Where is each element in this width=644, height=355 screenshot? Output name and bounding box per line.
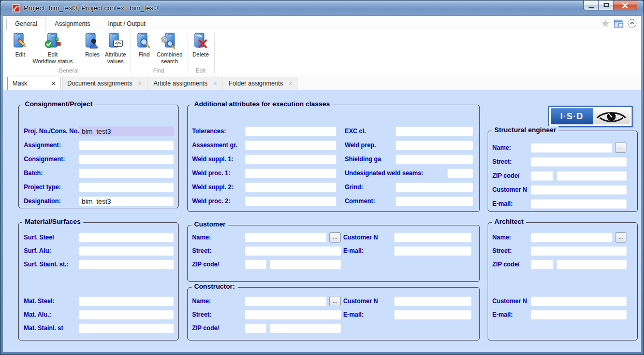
- combined-search-button[interactable]: Combined search: [155, 32, 184, 66]
- mat-alu-input[interactable]: [79, 310, 174, 320]
- structural-city-input[interactable]: [557, 171, 627, 181]
- proj-no-input[interactable]: [79, 126, 174, 136]
- weld-proc-2-input[interactable]: [245, 196, 336, 206]
- consignment-input[interactable]: [79, 154, 174, 164]
- constructor-city-input[interactable]: [270, 323, 341, 333]
- maximize-button[interactable]: [599, 1, 613, 10]
- attribute-values-button[interactable]: </> Attribute values: [103, 32, 127, 66]
- row-structural-zip: ZIP code/: [492, 171, 633, 181]
- comment-input[interactable]: [396, 196, 473, 206]
- constructor-name-browse-button[interactable]: ...: [329, 296, 341, 306]
- row-surf-steel: Surf. Steel: [24, 232, 173, 243]
- row-weld-proc-1: Weld proc. 1:: [192, 168, 341, 178]
- weld-suppl-2-label: Weld suppl. 2:: [192, 183, 245, 191]
- customer-city-input[interactable]: [270, 260, 341, 269]
- edit-button[interactable]: Edit: [9, 32, 31, 59]
- structural-name-browse-button[interactable]: ...: [615, 143, 626, 153]
- structural-email-input[interactable]: [531, 199, 627, 209]
- collapse-ribbon-icon[interactable]: [627, 19, 637, 28]
- customer-name-browse-button[interactable]: ...: [329, 232, 341, 243]
- surf-alu-input[interactable]: [79, 246, 174, 256]
- roles-button[interactable]: Roles: [81, 32, 103, 59]
- delete-button[interactable]: Delete: [190, 32, 212, 59]
- architect-zip-input[interactable]: [531, 260, 553, 269]
- designation-input[interactable]: [79, 196, 174, 206]
- find-button[interactable]: Find: [133, 32, 155, 59]
- architect-city-input[interactable]: [557, 260, 627, 269]
- tab-document-assignments[interactable]: Document assignments ✕: [62, 77, 148, 90]
- shielding-gas-input[interactable]: [396, 154, 473, 164]
- ribbon-right-controls: [601, 19, 637, 28]
- tab-article-assignments[interactable]: Article assignments ✕: [149, 77, 223, 90]
- close-button[interactable]: [613, 1, 637, 10]
- ribbon-group-label-general: General: [9, 66, 127, 75]
- constructor-name-input[interactable]: [245, 296, 327, 306]
- tab-close-icon[interactable]: ✕: [137, 80, 142, 87]
- weld-proc-1-input[interactable]: [245, 168, 336, 178]
- undesignated-weld-seams-input[interactable]: [447, 168, 473, 178]
- group-constructor: Constructor: Name: ... Street: ZIP code/: [187, 287, 480, 340]
- customer-name-input[interactable]: [245, 233, 327, 243]
- mat-stainl-input[interactable]: [79, 323, 174, 333]
- constructor-customer-no-input[interactable]: [394, 296, 472, 306]
- ribbon-tab-general[interactable]: General: [6, 18, 46, 30]
- structural-customer-no-input[interactable]: [531, 185, 627, 195]
- structural-zip-input[interactable]: [531, 171, 553, 181]
- additional-left-column: Tolerances: Assessment gr. Weld suppl. 1…: [192, 126, 341, 211]
- architect-email-input[interactable]: [531, 310, 627, 320]
- weld-proc-2-label: Weld proc. 2:: [192, 197, 245, 205]
- weld-suppl-2-input[interactable]: [245, 182, 336, 192]
- window-controls: [583, 1, 637, 10]
- row-exc-cl: EXC cl.: [345, 126, 473, 136]
- ribbon-tab-input-output[interactable]: Input / Output: [99, 18, 154, 30]
- architect-name-input[interactable]: [531, 233, 612, 243]
- assessment-gr-label: Assessment gr.: [192, 141, 245, 149]
- surf-stainl-input[interactable]: [79, 260, 174, 269]
- constructor-zip-input[interactable]: [245, 323, 267, 333]
- group-consignment-legend: Consignment/Project: [22, 100, 95, 108]
- project-type-input[interactable]: [79, 182, 174, 192]
- row-grind: Grind:: [345, 182, 473, 192]
- edit-workflow-status-button[interactable]: Edit Workflow status: [31, 32, 74, 66]
- attribute-values-icon: </>: [106, 33, 125, 51]
- row-constructor-email: E-mail:: [343, 309, 473, 320]
- tab-folder-assignments[interactable]: Folder assignments ✕: [224, 77, 298, 90]
- customer-email-input[interactable]: [394, 246, 472, 256]
- row-architect-name: Name: ...: [492, 232, 633, 243]
- favorite-star-icon[interactable]: [601, 19, 610, 27]
- mat-steel-input[interactable]: [79, 296, 174, 306]
- tolerances-input[interactable]: [245, 126, 336, 136]
- assignment-input[interactable]: [79, 140, 174, 150]
- exc-cl-input[interactable]: [396, 126, 473, 136]
- row-constructor-street: Street:: [192, 309, 343, 320]
- ribbon-tab-assignments[interactable]: Assignments: [46, 18, 99, 30]
- assessment-gr-input[interactable]: [245, 140, 336, 150]
- tab-close-icon[interactable]: ✕: [288, 80, 293, 87]
- grind-input[interactable]: [396, 182, 473, 192]
- constructor-email-input[interactable]: [394, 310, 472, 320]
- surf-steel-input[interactable]: [79, 233, 174, 243]
- tab-mask-label: Mask: [12, 80, 27, 87]
- row-surf-stainl: Surf. Stainl. st.:: [24, 259, 173, 269]
- customer-no-input[interactable]: [394, 233, 472, 243]
- structural-name-input[interactable]: [531, 143, 612, 153]
- weld-prep-input[interactable]: [396, 140, 473, 150]
- tab-close-icon[interactable]: ✕: [213, 80, 217, 87]
- tab-mask[interactable]: Mask ✕: [7, 77, 61, 90]
- architect-name-browse-button[interactable]: ...: [615, 232, 626, 243]
- tab-close-icon[interactable]: ✕: [51, 80, 56, 87]
- row-batch: Batch:: [24, 168, 173, 178]
- customer-street-input[interactable]: [245, 246, 341, 256]
- architect-customer-no-input[interactable]: [531, 296, 627, 306]
- constructor-street-input[interactable]: [245, 310, 341, 320]
- architect-street-input[interactable]: [531, 246, 627, 256]
- customer-zip-input[interactable]: [245, 260, 267, 269]
- isd-logo: I·S·D: [548, 106, 633, 127]
- ribbon-group-general-buttons: Edit: [9, 32, 127, 66]
- row-structural-email: E-mail:: [492, 198, 633, 209]
- weld-suppl-1-input[interactable]: [245, 154, 336, 164]
- minimize-button[interactable]: [583, 1, 599, 10]
- mask-preview-icon[interactable]: [614, 20, 623, 27]
- structural-street-input[interactable]: [531, 157, 627, 167]
- batch-input[interactable]: [79, 168, 174, 178]
